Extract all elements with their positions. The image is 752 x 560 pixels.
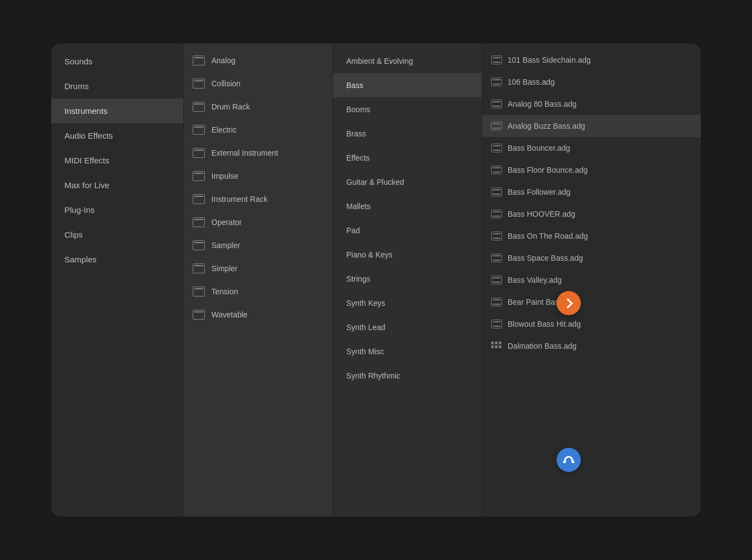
file-icon	[491, 56, 502, 64]
file-item[interactable]: Bass Valley.adg	[482, 269, 701, 291]
file-icon	[491, 254, 502, 262]
instrument-icon	[193, 240, 205, 250]
subcategory-item-pad[interactable]: Pad	[333, 218, 482, 243]
file-item[interactable]: 101 Bass Sidechain.adg	[482, 49, 701, 71]
file-name: 106 Bass.adg	[508, 78, 555, 86]
file-icon	[491, 298, 502, 306]
file-icon	[491, 144, 502, 152]
instrument-label: Collision	[211, 79, 241, 88]
file-name: Bass Space Bass.adg	[508, 254, 583, 262]
svg-rect-0	[563, 460, 565, 463]
category-item-max-for-live[interactable]: Max for Live	[51, 173, 183, 197]
file-icon	[491, 210, 502, 218]
instrument-item-drum-rack[interactable]: Drum Rack	[184, 95, 333, 118]
instrument-item-impulse[interactable]: Impulse	[184, 164, 333, 188]
file-name: Bass HOOVER.adg	[508, 210, 575, 218]
file-item[interactable]: 106 Bass.adg	[482, 71, 701, 93]
file-name: Bass Bouncer.adg	[508, 144, 570, 152]
file-item[interactable]: Bass Space Bass.adg	[482, 247, 701, 269]
instrument-label: Simpler	[211, 264, 237, 273]
instrument-icon	[193, 79, 205, 89]
instrument-item-operator[interactable]: Operator	[184, 211, 333, 234]
instruments-panel: AnalogCollisionDrum RackElectricExternal…	[184, 43, 333, 517]
files-panel: 101 Bass Sidechain.adg106 Bass.adgAnalog…	[482, 43, 701, 517]
subcategory-item-effects[interactable]: Effects	[333, 146, 482, 170]
file-item[interactable]: Bass Follower.adg	[482, 181, 701, 203]
subcategory-item-synth-lead[interactable]: Synth Lead	[333, 315, 482, 339]
subcategory-item-piano-&-keys[interactable]: Piano & Keys	[333, 243, 482, 267]
instrument-item-tension[interactable]: Tension	[184, 280, 333, 303]
instrument-label: Wavetable	[211, 310, 248, 319]
instrument-item-instrument-rack[interactable]: Instrument Rack	[184, 188, 333, 211]
subcategory-item-booms[interactable]: Booms	[333, 97, 482, 122]
categories-panel: SoundsDrumsInstrumentsAudio EffectsMIDI …	[51, 43, 183, 517]
subcategory-item-synth-rhythmic[interactable]: Synth Rhythmic	[333, 364, 482, 388]
file-icon	[491, 276, 502, 284]
subcategory-item-strings[interactable]: Strings	[333, 267, 482, 291]
subcategory-item-brass[interactable]: Brass	[333, 122, 482, 146]
category-item-samples[interactable]: Samples	[51, 247, 183, 272]
file-item[interactable]: Bass Bouncer.adg	[482, 137, 701, 159]
file-name: Bass On The Road.adg	[508, 232, 588, 240]
subcategory-item-synth-misc[interactable]: Synth Misc	[333, 339, 482, 364]
file-name: 101 Bass Sidechain.adg	[508, 56, 591, 64]
instrument-icon	[193, 194, 205, 204]
file-name: Blowout Bass Hit.adg	[508, 320, 581, 328]
file-item[interactable]: Blowout Bass Hit.adg	[482, 313, 701, 335]
instrument-icon	[193, 287, 205, 297]
instrument-label: Drum Rack	[211, 102, 250, 111]
instrument-item-collision[interactable]: Collision	[184, 72, 333, 95]
grid-icon	[491, 342, 502, 350]
file-name: Bass Valley.adg	[508, 276, 562, 284]
instrument-icon	[193, 217, 205, 227]
category-item-plug-ins[interactable]: Plug-Ins	[51, 197, 183, 222]
instrument-item-wavetable[interactable]: Wavetable	[184, 303, 333, 326]
instrument-label: Sampler	[211, 241, 240, 250]
file-item[interactable]: Analog Buzz Bass.adg	[482, 115, 701, 137]
file-name: Bass Follower.adg	[508, 188, 570, 196]
arrow-forward-button[interactable]	[557, 291, 581, 315]
instrument-icon	[193, 263, 205, 273]
instrument-label: Impulse	[211, 172, 238, 180]
subcategory-item-ambient-&-evolving[interactable]: Ambient & Evolving	[333, 49, 482, 73]
app-window: SoundsDrumsInstrumentsAudio EffectsMIDI …	[51, 43, 701, 517]
category-item-drums[interactable]: Drums	[51, 74, 183, 98]
file-name: Analog 80 Bass.adg	[508, 100, 576, 108]
instrument-label: Tension	[211, 287, 238, 296]
instrument-item-sampler[interactable]: Sampler	[184, 234, 333, 257]
file-item[interactable]: Dalmation Bass.adg	[482, 335, 701, 357]
file-name: Dalmation Bass.adg	[508, 342, 576, 350]
file-icon	[491, 188, 502, 196]
file-item[interactable]: Bear Paint Bass.adg	[482, 291, 701, 313]
category-item-instruments[interactable]: Instruments	[51, 98, 183, 123]
category-item-sounds[interactable]: Sounds	[51, 49, 183, 74]
instrument-icon	[193, 56, 205, 65]
file-icon	[491, 100, 502, 108]
file-name: Analog Buzz Bass.adg	[508, 122, 585, 130]
instrument-icon	[193, 125, 205, 135]
instrument-item-analog[interactable]: Analog	[184, 49, 333, 72]
instrument-item-external-instrument[interactable]: External Instrument	[184, 141, 333, 164]
file-name: Bass Floor Bounce.adg	[508, 166, 588, 174]
category-item-midi-effects[interactable]: MIDI Effects	[51, 148, 183, 173]
subcategory-item-mallets[interactable]: Mallets	[333, 194, 482, 218]
category-item-audio-effects[interactable]: Audio Effects	[51, 123, 183, 148]
instrument-icon	[193, 148, 205, 158]
file-item[interactable]: Bass Floor Bounce.adg	[482, 159, 701, 181]
file-item[interactable]: Bass On The Road.adg	[482, 225, 701, 247]
file-icon	[491, 232, 502, 240]
file-item[interactable]: Analog 80 Bass.adg	[482, 93, 701, 115]
instrument-icon	[193, 171, 205, 181]
file-icon	[491, 122, 502, 130]
file-item[interactable]: Bass HOOVER.adg	[482, 203, 701, 225]
subcategory-item-bass[interactable]: Bass	[333, 73, 482, 97]
instrument-label: Electric	[211, 125, 237, 134]
svg-rect-1	[572, 460, 574, 463]
file-icon	[491, 320, 502, 328]
headphone-button[interactable]	[557, 448, 581, 472]
subcategory-item-synth-keys[interactable]: Synth Keys	[333, 291, 482, 315]
category-item-clips[interactable]: Clips	[51, 222, 183, 247]
instrument-item-simpler[interactable]: Simpler	[184, 257, 333, 280]
instrument-item-electric[interactable]: Electric	[184, 118, 333, 141]
subcategory-item-guitar-&-plucked[interactable]: Guitar & Plucked	[333, 170, 482, 194]
